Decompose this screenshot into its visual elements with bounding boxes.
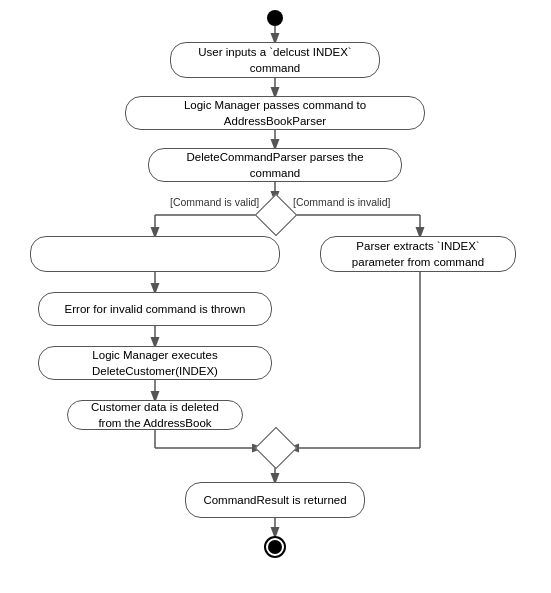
node-logic-manager-passes: Logic Manager passes command to AddressB…	[125, 96, 425, 130]
node-user-input: User inputs a `delcust INDEX` command	[170, 42, 380, 78]
end-node-inner	[268, 540, 282, 554]
activity-diagram: User inputs a `delcust INDEX` command Lo…	[0, 0, 551, 593]
label-valid: [Command is valid]	[170, 196, 259, 208]
node-parser-extracts	[30, 236, 280, 272]
node-customer-deleted: Logic Manager executes DeleteCustomer(IN…	[38, 346, 272, 380]
node-results-displayed: CommandResult is returned	[185, 482, 365, 518]
start-node	[267, 10, 283, 26]
node-command-result: Customer data is deleted from the Addres…	[67, 400, 243, 430]
end-node	[264, 536, 286, 558]
label-invalid: [Command is invalid]	[293, 196, 390, 208]
node-delete-command-parser: DeleteCommandParser parses the command	[148, 148, 402, 182]
node-logic-executes: Error for invalid command is thrown	[38, 292, 272, 326]
node-error-invalid: Parser extracts `INDEX` parameter from c…	[320, 236, 516, 272]
